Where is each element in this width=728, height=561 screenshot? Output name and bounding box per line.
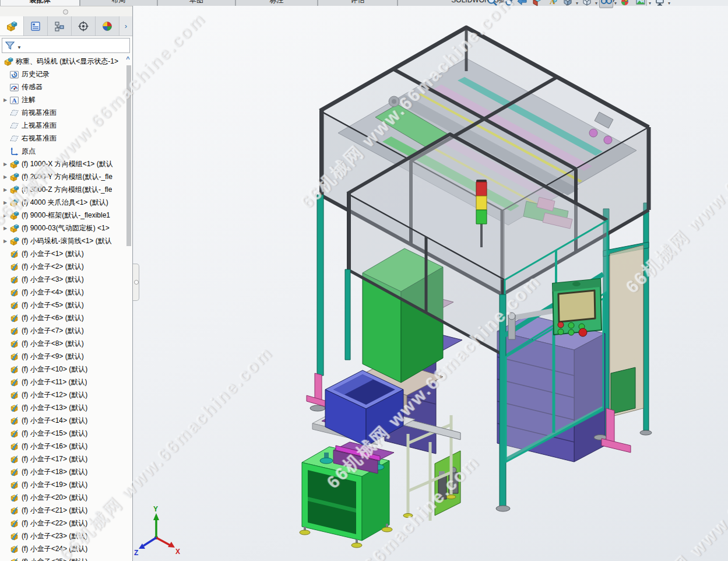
zoom-fit-icon[interactable] (485, 0, 499, 8)
tree-item[interactable]: ▶ (f) 1000-X 方向模组<1> (默认 (0, 157, 132, 170)
expand-arrow-icon[interactable]: ▶ (3, 200, 9, 205)
tree-item[interactable]: ▶ (f) 小盒子<16> (默认) (0, 440, 132, 453)
tree-item-label: (f) 小盒子<20> (默认) (22, 493, 87, 503)
expand-arrow-icon[interactable]: ▶ (3, 97, 9, 103)
command-tab-2[interactable]: 布局 (80, 0, 157, 6)
tree-item[interactable]: ▶ (f) 4000 夹爪治具<1> (默认) (0, 196, 132, 209)
graphics-viewport[interactable]: Y X Z (133, 6, 728, 561)
apply-scene-icon[interactable] (634, 0, 648, 8)
tree-item-label: (f) 小盒子<1> (默认) (22, 249, 84, 259)
command-tab-5[interactable]: 评估 (318, 0, 398, 6)
tree-item[interactable]: ▶ (f) 小盒子<1> (默认) (0, 247, 132, 260)
tree-item-icon (9, 454, 19, 464)
hide-show-items-dropdown-caret[interactable]: ▾ (614, 1, 617, 6)
tree-item[interactable]: ▶ (f) 小盒子<19> (默认) (0, 478, 132, 491)
tree-item[interactable]: ▶ (f) 小盒子<9> (默认) (0, 350, 132, 363)
tree-item[interactable]: ▶ (f) 小盒子<21> (默认) (0, 504, 132, 517)
tree-item[interactable]: ▶ (f) 2000-Y 方向模组(默认-_fle (0, 170, 132, 183)
tree-item[interactable]: ▶ 前视基准面 (0, 106, 132, 119)
tree-root-item[interactable]: ▶ 称重、码垛机 (默认<显示状态-1> (0, 55, 132, 68)
tree-item-label: (f) 小盒子<14> (默认) (22, 416, 87, 426)
tree-filter-input[interactable]: ▼ (2, 38, 130, 53)
expand-arrow-icon[interactable]: ▶ (3, 174, 9, 180)
featuremanager-tree-icon (6, 20, 17, 32)
panel-tab-dimxpertmanager[interactable] (72, 16, 96, 36)
section-view-icon[interactable] (530, 0, 544, 8)
tree-item-icon (9, 198, 19, 208)
panel-tabs-more-button[interactable]: › (119, 16, 132, 36)
tree-item-label: (f) 4000 夹爪治具<1> (默认) (22, 198, 108, 208)
tree-item[interactable]: ▶ (f) 小盒子<24> (默认) (0, 542, 132, 555)
panel-tab-configurationmanager[interactable] (48, 16, 72, 36)
tree-item[interactable]: ▶ 历史记录 (0, 68, 132, 80)
tree-item[interactable]: ▶ (f) 小盒子<20> (默认) (0, 491, 132, 504)
display-style-dropdown-caret[interactable]: ▾ (595, 1, 597, 6)
view-settings-icon[interactable] (653, 0, 667, 8)
tree-item-label: (f) 小盒子<18> (默认) (22, 467, 87, 477)
tree-scroll-up-button[interactable]: ^ (124, 56, 132, 64)
tree-item[interactable]: ▶ (f) 小盒子<23> (默认) (0, 530, 132, 542)
tree-item-label: (f) 小盒子<3> (默认) (22, 275, 84, 285)
tree-item-icon (9, 159, 19, 169)
view-orientation-dropdown-caret[interactable]: ▾ (576, 1, 578, 6)
tree-item[interactable]: ▶ (f) 小盒子<11> (默认) (0, 376, 132, 388)
tree-item[interactable]: ▶ 原点 (0, 145, 132, 157)
tree-item-icon (9, 275, 19, 285)
tree-scrollbar-thumb[interactable] (126, 65, 131, 246)
tree-item[interactable]: ▶ 右视基准面 (0, 132, 132, 145)
tree-item[interactable]: ▶ (f) 小盒子<5> (默认) (0, 299, 132, 311)
tree-item-label: (f) 小盒子<17> (默认) (22, 454, 87, 464)
command-tab-4[interactable]: 标注 (235, 0, 318, 6)
tree-item[interactable]: ▶ (f) 小盒子<3> (默认) (0, 273, 132, 286)
annotation-visibility-icon[interactable]: A (546, 0, 560, 8)
tree-item[interactable]: ▶ (f) 小盒子<2> (默认) (0, 260, 132, 273)
tree-item-label: (f) 小盒子<16> (默认) (22, 441, 87, 451)
tree-item-icon (9, 134, 19, 143)
tree-item[interactable]: ▶ 注解 (0, 93, 132, 106)
command-tab-1[interactable]: 装配体 (0, 0, 80, 6)
expand-arrow-icon[interactable]: ▶ (3, 239, 9, 244)
tree-item[interactable]: ▶ (f) 小盒子<10> (默认) (0, 363, 132, 376)
tree-item[interactable]: ▶ (f) 小盒子<22> (默认) (0, 517, 132, 530)
tree-item[interactable]: ▶ (f) 小盒子<13> (默认) (0, 401, 132, 414)
panel-tab-displaymanager[interactable] (96, 16, 119, 36)
zoom-area-icon[interactable] (500, 0, 514, 8)
tree-item[interactable]: ▶ (f) 小盒子<4> (默认) (0, 286, 132, 299)
tree-item[interactable]: ▶ (f) 小盒子<17> (默认) (0, 453, 132, 465)
previous-view-icon[interactable] (515, 0, 529, 8)
tree-item-label: (f) 小码垛机-滚筒线<1> (默认 (22, 236, 112, 246)
tree-item[interactable]: ▶ (f) 9000-框架(默认-_flexible1 (0, 209, 132, 222)
tree-item[interactable]: ▶ (f) 小盒子<25> (默认) (0, 555, 132, 561)
expand-arrow-icon[interactable]: ▶ (3, 226, 9, 231)
tree-item[interactable]: ▶ 传感器 (0, 80, 132, 93)
command-tab-3[interactable]: 草图 (157, 0, 235, 6)
tree-item[interactable]: ▶ (f) 9000-03(气动固定板) <1> (0, 222, 132, 234)
tree-item[interactable]: ▶ (f) 小码垛机-滚筒线<1> (默认 (0, 234, 132, 247)
tree-item-icon (9, 493, 19, 503)
display-style-icon[interactable] (580, 0, 594, 8)
tree-item[interactable]: ▶ (f) 小盒子<8> (默认) (0, 337, 132, 350)
tree-item[interactable]: ▶ (f) 小盒子<18> (默认) (0, 465, 132, 478)
view-settings-dropdown-caret[interactable]: ▾ (668, 1, 670, 6)
expand-arrow-icon[interactable]: ▶ (3, 162, 9, 167)
panel-tab-featuremanager-tree[interactable] (0, 16, 24, 36)
expand-arrow-icon[interactable]: ▶ (3, 187, 9, 192)
hide-show-items-icon[interactable] (599, 0, 613, 8)
panel-tab-propertymanager[interactable] (24, 16, 48, 36)
apply-scene-dropdown-caret[interactable]: ▾ (649, 1, 651, 6)
tree-item-label: (f) 小盒子<23> (默认) (22, 531, 87, 541)
panel-top-splitter[interactable] (0, 6, 132, 17)
tree-item[interactable]: ▶ (f) 小盒子<6> (默认) (0, 311, 132, 324)
tree-item[interactable]: ▶ 上视基准面 (0, 119, 132, 132)
tree-item-label: (f) 小盒子<15> (默认) (22, 429, 87, 439)
tree-item-icon (9, 108, 19, 118)
tree-item[interactable]: ▶ (f) 小盒子<12> (默认) (0, 388, 132, 401)
view-orientation-icon[interactable] (561, 0, 575, 8)
tree-item[interactable]: ▶ (f) 3000-Z 方向模组(默认-_fle (0, 183, 132, 196)
edit-appearance-icon[interactable] (618, 0, 632, 8)
tree-item[interactable]: ▶ (f) 小盒子<15> (默认) (0, 427, 132, 440)
tree-item[interactable]: ▶ (f) 小盒子<14> (默认) (0, 414, 132, 427)
expand-arrow-icon[interactable]: ▶ (3, 213, 9, 218)
tree-item[interactable]: ▶ (f) 小盒子<7> (默认) (0, 324, 132, 337)
panel-viewport-splitter[interactable] (133, 264, 139, 301)
